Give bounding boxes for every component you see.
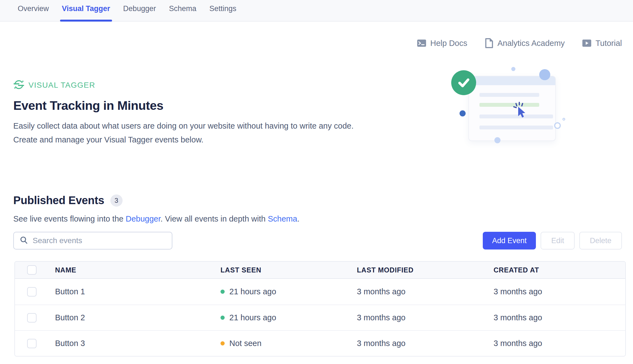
visual-tagger-eyebrow: VISUAL TAGGER <box>13 79 633 91</box>
terminal-icon <box>417 38 427 48</box>
tab-settings[interactable]: Settings <box>209 4 237 22</box>
event-count-badge: 3 <box>110 194 123 207</box>
event-name: Button 3 <box>55 339 220 348</box>
published-events-subtitle: See live events flowing into the Debugge… <box>13 214 633 223</box>
published-events-title: Published Events <box>13 194 104 207</box>
analytics-academy-link[interactable]: Analytics Academy <box>484 38 565 48</box>
eyebrow-label: VISUAL TAGGER <box>28 81 95 90</box>
published-events-section: Published Events 3 See live events flowi… <box>0 194 633 223</box>
help-docs-label: Help Docs <box>430 39 467 48</box>
main-tab-bar: Overview Visual Tagger Debugger Schema S… <box>0 0 633 22</box>
hero-description-line-1: Easily collect data about what users are… <box>13 119 633 133</box>
table-row[interactable]: Button 3 Not seen 3 months ago 3 months … <box>15 330 625 356</box>
table-header-row: NAME LAST SEEN LAST MODIFIED CREATED AT <box>15 262 625 279</box>
tab-visual-tagger[interactable]: Visual Tagger <box>62 4 110 22</box>
tab-schema[interactable]: Schema <box>169 4 196 22</box>
status-dot-green <box>220 290 225 294</box>
last-seen-value: 21 hours ago <box>229 287 276 296</box>
created-at-value: 3 months ago <box>494 287 625 296</box>
row-checkbox[interactable] <box>27 339 37 348</box>
events-table: NAME LAST SEEN LAST MODIFIED CREATED AT … <box>14 261 626 357</box>
tab-overview[interactable]: Overview <box>18 4 49 22</box>
column-header-created-at: CREATED AT <box>494 266 625 274</box>
help-links-row: Help Docs Analytics Academy Tutorial <box>0 37 633 49</box>
event-name: Button 1 <box>55 287 220 296</box>
last-modified-value: 3 months ago <box>357 313 494 322</box>
tutorial-label: Tutorial <box>595 39 622 48</box>
hero-description: Easily collect data about what users are… <box>13 119 633 147</box>
hero-description-line-2: Create and manage your Visual Tagger eve… <box>13 133 633 147</box>
page-title: Event Tracking in Minutes <box>13 98 633 113</box>
hero-section: VISUAL TAGGER Event Tracking in Minutes … <box>0 79 633 147</box>
search-icon <box>19 236 28 246</box>
tab-debugger[interactable]: Debugger <box>123 4 156 22</box>
table-row[interactable]: Button 2 21 hours ago 3 months ago 3 mon… <box>15 305 625 330</box>
schema-link[interactable]: Schema <box>268 214 297 223</box>
last-seen-value: 21 hours ago <box>229 313 276 322</box>
help-docs-link[interactable]: Help Docs <box>417 38 467 48</box>
edit-button[interactable]: Edit <box>541 232 575 249</box>
search-input[interactable] <box>33 236 166 245</box>
last-modified-value: 3 months ago <box>357 287 494 296</box>
search-box[interactable] <box>13 232 172 249</box>
created-at-value: 3 months ago <box>494 313 625 322</box>
select-all-checkbox[interactable] <box>27 265 37 275</box>
status-dot-orange <box>220 341 225 345</box>
delete-button[interactable]: Delete <box>579 232 622 249</box>
analytics-academy-label: Analytics Academy <box>497 39 565 48</box>
created-at-value: 3 months ago <box>494 339 625 348</box>
document-icon <box>484 38 494 48</box>
row-checkbox[interactable] <box>27 313 37 323</box>
status-dot-green <box>220 316 225 320</box>
debugger-link[interactable]: Debugger <box>126 214 160 223</box>
event-name: Button 2 <box>55 313 220 322</box>
last-seen-value: Not seen <box>229 339 261 348</box>
last-modified-value: 3 months ago <box>357 339 494 348</box>
segment-logo-icon <box>13 79 24 91</box>
column-header-name: NAME <box>55 266 220 274</box>
events-toolbar: Add Event Edit Delete <box>0 232 633 249</box>
column-header-last-seen: LAST SEEN <box>220 266 357 274</box>
tutorial-link[interactable]: Tutorial <box>582 38 622 48</box>
table-row[interactable]: Button 1 21 hours ago 3 months ago 3 mon… <box>15 279 625 305</box>
column-header-last-modified: LAST MODIFIED <box>357 266 494 274</box>
row-checkbox[interactable] <box>27 287 37 297</box>
play-icon <box>582 38 592 48</box>
add-event-button[interactable]: Add Event <box>483 232 536 249</box>
